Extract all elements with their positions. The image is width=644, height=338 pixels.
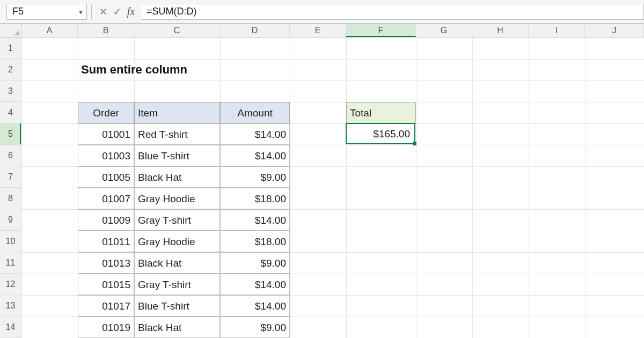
total-value: $165.00 (347, 124, 414, 143)
table-row-amount[interactable]: $9.00 (220, 252, 290, 274)
row-header-2[interactable]: 2 (0, 59, 21, 80)
table-row-amount[interactable]: $18.00 (220, 188, 290, 209)
row-header-11[interactable]: 11 (0, 252, 21, 274)
formula-text: =SUM(D:D) (147, 6, 197, 17)
table-header-amount[interactable]: Amount (220, 102, 290, 123)
row-header-14[interactable]: 14 (0, 317, 21, 338)
row-header-4[interactable]: 4 (0, 102, 21, 123)
column-header-C[interactable]: C (134, 24, 220, 37)
column-header-F[interactable]: F (346, 24, 416, 37)
page-title[interactable]: Sum entire column (78, 59, 290, 80)
row-header-13[interactable]: 13 (0, 295, 21, 317)
fill-handle[interactable] (413, 142, 416, 145)
table-row-order[interactable]: 01013 (78, 252, 134, 274)
column-header-I[interactable]: I (529, 24, 585, 37)
table-header-order[interactable]: Order (78, 102, 134, 123)
column-header-A[interactable]: A (21, 24, 78, 37)
formula-input[interactable]: =SUM(D:D) (141, 4, 644, 20)
name-box-value: F5 (7, 6, 75, 17)
row-header-3[interactable]: 3 (0, 80, 21, 102)
column-header-J[interactable]: J (585, 24, 644, 37)
column-headers[interactable]: ABCDEFGHIJ (21, 24, 644, 38)
table-row-order[interactable]: 01009 (78, 209, 134, 231)
worksheet[interactable]: ABCDEFGHIJ 123456789101112131415 Sum ent… (0, 24, 644, 338)
row-header-12[interactable]: 12 (0, 274, 21, 295)
column-header-D[interactable]: D (220, 24, 290, 37)
confirm-icon[interactable]: ✓ (110, 4, 124, 20)
table-row-order[interactable]: 01011 (78, 231, 134, 252)
table-row-amount[interactable]: $14.00 (220, 295, 290, 317)
fx-icon[interactable]: fx (124, 4, 138, 20)
table-row-item[interactable]: Red T-shirt (134, 123, 220, 145)
separator (91, 4, 92, 20)
table-row-item[interactable]: Black Hat (134, 317, 220, 338)
table-row-amount[interactable]: $14.00 (220, 274, 290, 295)
table-row-item[interactable]: Gray T-shirt (134, 274, 220, 295)
row-headers[interactable]: 123456789101112131415 (0, 38, 21, 338)
column-header-B[interactable]: B (78, 24, 134, 37)
active-cell[interactable]: $165.00 (346, 123, 415, 144)
table-row-amount[interactable]: $18.00 (220, 231, 290, 252)
table-row-item[interactable]: Gray Hoodie (134, 231, 220, 252)
column-header-H[interactable]: H (472, 24, 529, 37)
table-header-item[interactable]: Item (134, 102, 220, 123)
table-row-amount[interactable]: $9.00 (220, 317, 290, 338)
table-row-order[interactable]: 01019 (78, 317, 134, 338)
cells-area[interactable]: Sum entire columnOrderItemAmount01001Red… (21, 38, 644, 338)
table-row-order[interactable]: 01007 (78, 188, 134, 209)
table-row-amount[interactable]: $14.00 (220, 209, 290, 231)
table-row-order[interactable]: 01001 (78, 123, 134, 145)
name-box[interactable]: F5 ▾ (6, 4, 87, 20)
row-header-10[interactable]: 10 (0, 231, 21, 252)
row-header-7[interactable]: 7 (0, 166, 21, 188)
chevron-down-icon[interactable]: ▾ (75, 8, 86, 16)
table-row-amount[interactable]: $14.00 (220, 145, 290, 166)
total-label[interactable]: Total (346, 102, 416, 123)
row-header-6[interactable]: 6 (0, 145, 21, 166)
row-header-1[interactable]: 1 (0, 38, 21, 59)
table-row-item[interactable]: Black Hat (134, 252, 220, 274)
row-header-8[interactable]: 8 (0, 188, 21, 209)
table-row-item[interactable]: Gray T-shirt (134, 209, 220, 231)
cancel-icon[interactable]: ✕ (96, 4, 110, 20)
column-header-E[interactable]: E (290, 24, 346, 37)
table-row-item[interactable]: Blue T-shirt (134, 295, 220, 317)
row-header-5[interactable]: 5 (0, 123, 21, 145)
table-row-item[interactable]: Black Hat (134, 166, 220, 188)
table-row-order[interactable]: 01015 (78, 274, 134, 295)
formula-bar: F5 ▾ ✕ ✓ fx =SUM(D:D) (0, 0, 644, 24)
select-all-corner[interactable] (0, 24, 21, 38)
row-header-9[interactable]: 9 (0, 209, 21, 231)
table-row-item[interactable]: Gray Hoodie (134, 188, 220, 209)
table-row-amount[interactable]: $9.00 (220, 166, 290, 188)
table-row-item[interactable]: Blue T-shirt (134, 145, 220, 166)
table-row-amount[interactable]: $14.00 (220, 123, 290, 145)
table-row-order[interactable]: 01017 (78, 295, 134, 317)
column-header-G[interactable]: G (416, 24, 472, 37)
table-row-order[interactable]: 01003 (78, 145, 134, 166)
table-row-order[interactable]: 01005 (78, 166, 134, 188)
